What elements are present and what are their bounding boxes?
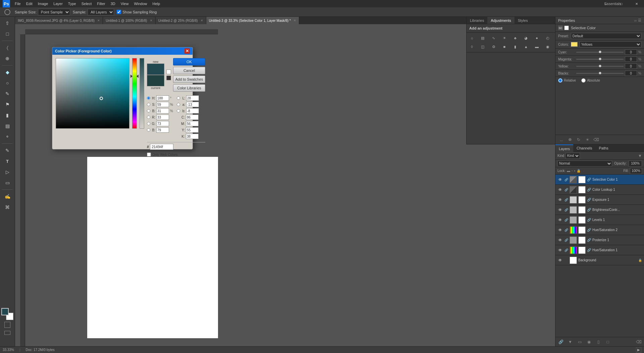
black-input[interactable]: 0 xyxy=(625,71,637,76)
chain-icon-1[interactable]: 🔗 xyxy=(587,188,591,192)
cyan-slider-handle[interactable] xyxy=(599,51,601,53)
tab-3-close[interactable]: ✕ xyxy=(293,19,296,22)
g-radio[interactable] xyxy=(147,122,150,125)
chain-icon-7[interactable]: 🔗 xyxy=(587,248,591,252)
filter-toggle[interactable]: ▼ xyxy=(638,153,642,158)
chain-icon-2[interactable]: 🔗 xyxy=(587,198,591,202)
color-lookup-icon[interactable]: ⚙ xyxy=(490,43,498,51)
chain-icon-4[interactable]: 🔗 xyxy=(587,218,591,222)
tab-libraries[interactable]: Libraries xyxy=(467,17,487,24)
menu-layer[interactable]: Layer xyxy=(51,1,65,6)
view-previous-btn[interactable]: ☸ xyxy=(566,136,574,143)
properties-collapse[interactable]: ›› xyxy=(634,18,637,23)
magenta-slider[interactable] xyxy=(576,59,624,60)
fill-input[interactable]: 100% xyxy=(630,168,642,174)
r-radio[interactable] xyxy=(147,116,150,119)
cyan-slider[interactable] xyxy=(576,52,624,53)
colors-select[interactable]: Yellows xyxy=(580,41,641,47)
layer-item-color-lookup-1[interactable]: 👁 🔗 🔗 Color Lookup 1 xyxy=(555,185,644,195)
clip-to-layer-btn[interactable]: ⎵ xyxy=(557,136,565,143)
curves-icon[interactable]: ∿ xyxy=(490,34,498,42)
tab-2[interactable]: Untitled-2 @ 25% (RGB/8) ✕ xyxy=(156,17,206,24)
reset-btn[interactable]: ↻ xyxy=(575,136,582,143)
tab-0[interactable]: IMG_8938-Recovered.JPG @ 4% (Layer 0, RG… xyxy=(15,17,103,24)
link-layers-btn[interactable]: 🔗 xyxy=(557,339,564,345)
layer-item-posterize-1[interactable]: 👁 🔗 🔗 Posterize 1 xyxy=(555,235,644,245)
magenta-slider-handle[interactable] xyxy=(599,58,601,60)
lock-position-icon[interactable]: ▬ xyxy=(567,169,570,173)
menu-image[interactable]: Image xyxy=(36,1,50,6)
magenta-input[interactable]: 0 xyxy=(625,56,637,62)
delete-adjustment-btn[interactable]: ⌫ xyxy=(592,136,600,143)
menu-type[interactable]: Type xyxy=(66,1,78,6)
crop-tool[interactable]: ⊕ xyxy=(1,53,13,63)
layer-item-levels-1[interactable]: 👁 🔗 🔗 Levels 1 xyxy=(555,215,644,225)
h-radio[interactable] xyxy=(147,96,150,100)
b2-radio[interactable] xyxy=(147,128,150,132)
tab-paths[interactable]: Paths xyxy=(596,144,612,152)
menu-select[interactable]: Select xyxy=(79,1,94,6)
b3-input[interactable]: -8 xyxy=(186,108,199,114)
timeline-btn[interactable]: ▶ xyxy=(636,347,641,353)
hue-strip[interactable] xyxy=(132,58,137,129)
lock-art-icon[interactable]: ▪ xyxy=(574,169,575,173)
alpha-strip[interactable] xyxy=(140,58,144,129)
vis-icon-3[interactable]: 👁 xyxy=(557,207,563,213)
s-radio[interactable] xyxy=(147,103,150,106)
clone-tool[interactable]: ⚑ xyxy=(1,99,13,109)
kind-select[interactable]: Kind xyxy=(566,153,580,159)
yellow-input[interactable]: 0 xyxy=(625,63,637,69)
b-radio[interactable] xyxy=(147,109,150,113)
cancel-button[interactable]: Cancel xyxy=(173,67,205,74)
vis-icon-2[interactable]: 👁 xyxy=(557,197,563,203)
layer-item-hue-sat-2[interactable]: 👁 🔗 🔗 Hue/Saturation 2 xyxy=(555,225,644,235)
sample-select[interactable]: All Layers xyxy=(88,9,114,15)
tab-2-close[interactable]: ✕ xyxy=(201,19,203,22)
zoom-tool[interactable]: ⌘ xyxy=(1,202,13,212)
adjustment-layer-btn[interactable]: ◉ xyxy=(586,339,592,345)
a-radio[interactable] xyxy=(177,103,180,106)
tab-channels[interactable]: Channels xyxy=(573,144,595,152)
levels-icon[interactable]: ▤ xyxy=(479,34,487,42)
r-input[interactable]: 33 xyxy=(156,115,169,120)
menu-window[interactable]: Window xyxy=(132,1,149,6)
shape-tool[interactable]: ▭ xyxy=(1,178,13,188)
ok-button[interactable]: OK xyxy=(173,58,205,65)
vis-icon-7[interactable]: 👁 xyxy=(557,248,563,253)
menu-help[interactable]: Help xyxy=(151,1,162,6)
layer-style-btn[interactable]: ▼ xyxy=(567,339,574,345)
l-radio[interactable] xyxy=(177,96,180,100)
k-input[interactable]: 38 xyxy=(186,134,199,139)
tab-1[interactable]: Untitled-1 @ 100% (RGB/8) ✕ xyxy=(103,17,156,24)
group-btn[interactable]: ▯ xyxy=(595,339,602,345)
lock-pixel-icon[interactable]: ▫ xyxy=(572,169,573,173)
pen-tool[interactable]: ✎ xyxy=(1,145,13,156)
eyedropper-tool[interactable] xyxy=(4,9,10,15)
color-libraries-button[interactable]: Color Libraries xyxy=(173,84,205,92)
l-input[interactable]: 28 xyxy=(186,95,199,101)
toggle-visibility-btn[interactable]: ☀ xyxy=(584,136,591,143)
c-input[interactable]: 86 xyxy=(186,115,199,120)
posterize-icon[interactable]: ▮ xyxy=(511,43,519,51)
brightness-contrast-icon[interactable]: ☼ xyxy=(468,34,476,42)
lock-all-icon[interactable]: 🔒 xyxy=(577,169,581,173)
hand-tool[interactable]: ✍ xyxy=(1,191,13,202)
color-balance-icon[interactable]: ● xyxy=(533,34,541,42)
tab-3[interactable]: Untitled-3 @ 33.3% (Selective Color 1, L… xyxy=(206,17,299,24)
photo-filter-icon[interactable]: ◊ xyxy=(468,43,476,51)
b2-input[interactable]: 79 xyxy=(156,127,169,133)
close-button[interactable]: ✕ xyxy=(629,0,644,7)
blend-mode-select[interactable]: Normal xyxy=(557,161,612,167)
layer-item-hue-sat-1[interactable]: 👁 🔗 🔗 Hue/Saturation 1 xyxy=(555,245,644,255)
chain-icon-3[interactable]: 🔗 xyxy=(587,208,591,212)
yellow-slider[interactable] xyxy=(576,66,624,67)
color-gradient-field[interactable] xyxy=(56,58,129,129)
quick-mask-tool[interactable] xyxy=(1,321,13,328)
healing-tool[interactable]: ○ xyxy=(1,78,13,88)
web-colors-checkbox[interactable] xyxy=(147,152,151,157)
foreground-background-colors[interactable] xyxy=(1,308,13,320)
brush-tool[interactable]: ✎ xyxy=(1,89,13,99)
yellow-slider-handle[interactable] xyxy=(599,65,601,67)
tab-0-close[interactable]: ✕ xyxy=(97,19,100,22)
minimize-button[interactable]: – xyxy=(599,0,614,7)
